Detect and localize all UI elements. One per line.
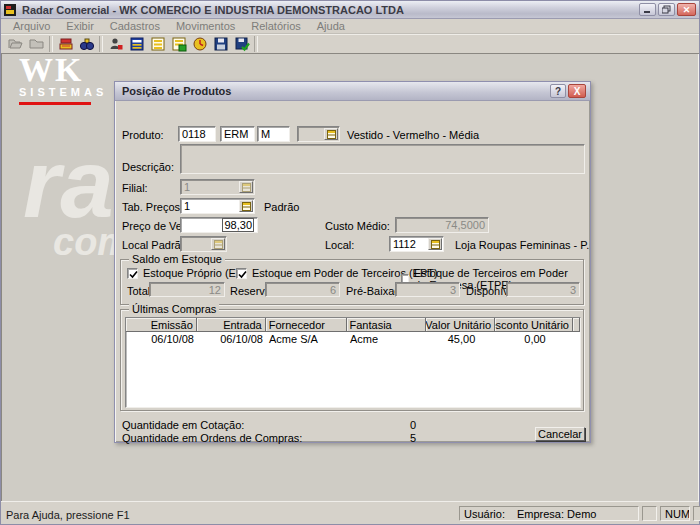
filial-label: Filial:: [122, 182, 148, 194]
save-confirm-icon[interactable]: [231, 35, 252, 53]
saldo-em-estoque-group: Saldo em Estoque Estoque Próprio (EP) Es…: [120, 259, 584, 305]
qtd-cotacao-label: Quantidade em Cotação:: [122, 419, 244, 431]
qtd-ordens-label: Quantidade em Ordens de Compras:: [122, 432, 302, 444]
statusbar-panel-blank2: [693, 506, 700, 521]
pre-baixado-field: 3: [395, 282, 460, 297]
clock-icon[interactable]: [189, 35, 210, 53]
toolbar-separator: [99, 36, 103, 52]
total-field: 12: [149, 282, 225, 297]
statusbar-panel-blank1: [642, 506, 657, 521]
dialog-help-button[interactable]: ?: [550, 84, 566, 98]
produto-grade1-input[interactable]: ERM: [220, 126, 255, 142]
dialog-title: Posição de Produtos: [122, 85, 548, 97]
menu-arquivo[interactable]: Arquivo: [5, 19, 58, 33]
menu-movimentos[interactable]: Movimentos: [168, 19, 243, 33]
tab-precos-lookup-button[interactable]: [239, 200, 253, 212]
qtd-cotacao-value: 0: [410, 419, 416, 431]
produto-code-input[interactable]: 0118: [178, 126, 216, 142]
binoculars-search-icon[interactable]: [76, 35, 97, 53]
compras-table: Emissão Entrada Fornecedor Fantasia Valo…: [125, 317, 581, 408]
local-description: Loja Roupas Femininas - P.: [455, 239, 589, 251]
filial-lookup-button: [239, 181, 253, 193]
menubar: Arquivo Exibir Cadastros Movimentos Rela…: [1, 19, 699, 34]
col-emissao[interactable]: Emissão: [126, 318, 197, 332]
preco-venda-input[interactable]: 98,30: [180, 217, 258, 233]
dialog-close-button[interactable]: X: [568, 84, 586, 98]
col-fornecedor[interactable]: Fornecedor: [266, 318, 347, 332]
close-button[interactable]: ✕: [677, 3, 696, 16]
table-row[interactable]: 06/10/08 06/10/08 Acme S/A Acme 45,00 0,…: [126, 332, 580, 345]
toolbar-separator: [254, 36, 258, 52]
produto-label: Produto:: [122, 129, 164, 141]
user-label: Usuário:: [464, 508, 505, 520]
tab-precos-input[interactable]: 1: [180, 198, 255, 214]
col-valor-unitario[interactable]: Valor Unitário: [426, 318, 495, 332]
compras-group-title: Últimas Compras: [129, 303, 219, 315]
minimize-button[interactable]: [639, 3, 656, 16]
saldo-group-title: Saldo em Estoque: [129, 253, 225, 265]
statusbar-user-panel: Usuário: Empresa: Demo: [459, 506, 639, 521]
descricao-label: Descrição:: [122, 161, 174, 173]
custo-medio-field: 74,5000: [395, 217, 489, 233]
local-input[interactable]: 1112: [389, 236, 444, 252]
app-icon: [4, 3, 18, 17]
save-icon[interactable]: [210, 35, 231, 53]
cash-register-icon[interactable]: [55, 35, 76, 53]
local-lookup-button[interactable]: [428, 238, 442, 250]
estoque-proprio-checkbox[interactable]: Estoque Próprio (EP): [127, 267, 247, 279]
checkbox-label: Estoque Próprio (EP): [143, 267, 247, 279]
tab-precos-label: Tab. Preços:: [122, 201, 183, 213]
compras-table-header: Emissão Entrada Fornecedor Fantasia Valo…: [126, 318, 580, 332]
qtd-ordens-value: 5: [410, 432, 416, 444]
reservado-field: 6: [265, 282, 340, 297]
statusbar-help-text: Para Ajuda, pressione F1: [6, 509, 130, 521]
mdi-workspace: WK SISTEMAS radar comercial Posição de P…: [1, 53, 699, 502]
wk-sistemas-logo: WK SISTEMAS: [19, 55, 107, 105]
toolbar-separator: [49, 36, 53, 52]
logo-red-bar: [19, 102, 91, 105]
local-label: Local:: [325, 239, 354, 251]
col-fantasia[interactable]: Fantasia: [347, 318, 427, 332]
produto-lookup-button[interactable]: [324, 128, 338, 140]
product-form-icon[interactable]: [126, 35, 147, 53]
toolbar: [1, 34, 699, 55]
descricao-textarea: [180, 144, 585, 174]
menu-cadastros[interactable]: Cadastros: [102, 19, 168, 33]
produto-lookup-field: [297, 126, 340, 142]
local-padrao-lookup-button: [211, 238, 225, 250]
dialog-titlebar[interactable]: Posição de Produtos ? X: [115, 82, 590, 101]
produto-description-text: Vestido - Vermelho - Média: [347, 129, 479, 141]
ultimas-compras-group: Últimas Compras Emissão Entrada Forneced…: [120, 309, 584, 411]
col-desconto-unitario[interactable]: Desconto Unitário: [495, 318, 573, 332]
open-folder-icon[interactable]: [5, 35, 26, 53]
user-search-icon[interactable]: [105, 35, 126, 53]
filial-input: 1: [180, 179, 255, 195]
statusbar: Para Ajuda, pressione F1 Usuário: Empres…: [1, 501, 699, 524]
window-title: Radar Comercial - WK COMERCIO E INDUSTRI…: [22, 4, 639, 16]
stock-list-icon[interactable]: [168, 35, 189, 53]
restore-button[interactable]: [658, 3, 675, 16]
menu-exibir[interactable]: Exibir: [58, 19, 102, 33]
price-list-icon[interactable]: [147, 35, 168, 53]
company-label: Empresa: Demo: [517, 508, 596, 520]
menu-relatorios[interactable]: Relatórios: [243, 19, 309, 33]
menu-ajuda[interactable]: Ajuda: [309, 19, 353, 33]
cancel-button[interactable]: Cancelar: [535, 427, 585, 441]
titlebar: Radar Comercial - WK COMERCIO E INDUSTRI…: [1, 1, 699, 19]
statusbar-num-indicator: NUM: [660, 506, 690, 521]
produto-grade2-input[interactable]: M: [257, 126, 290, 142]
tab-precos-description: Padrão: [264, 201, 299, 213]
local-padrao-field: [180, 236, 227, 252]
custo-medio-label: Custo Médio:: [325, 220, 390, 232]
main-window: Radar Comercial - WK COMERCIO E INDUSTRI…: [0, 0, 700, 525]
col-entrada[interactable]: Entrada: [197, 318, 266, 332]
posicao-de-produtos-dialog: Posição de Produtos ? X Produto: 0118 ER…: [114, 81, 591, 443]
folder-icon[interactable]: [26, 35, 47, 53]
disponivel-field: 3: [506, 282, 580, 297]
